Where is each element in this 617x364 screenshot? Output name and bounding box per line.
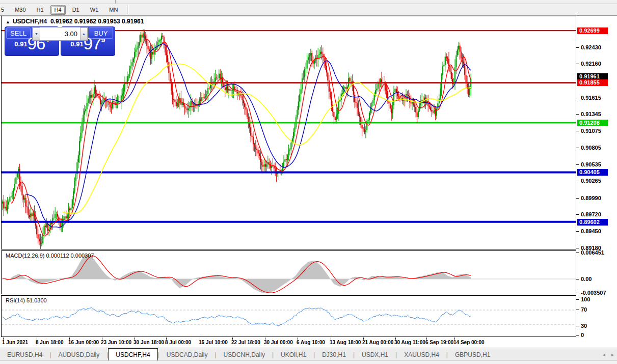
timeframe-button-h1[interactable]: H1	[33, 5, 48, 15]
time-label: 30 Jun 18:00	[133, 340, 164, 345]
axis-price-label: 0.91075	[581, 128, 601, 134]
axis-price-label: 0.89450	[581, 228, 601, 235]
price-axis[interactable]: 0.924300.921600.916150.913450.910750.908…	[576, 16, 617, 347]
timeframe-button-5[interactable]: 5	[0, 5, 8, 15]
volume-input[interactable]	[40, 27, 80, 40]
chart-tab-xauusd-h4[interactable]: XAUUSD,H4	[397, 348, 446, 361]
toolbar-divider	[115, 0, 116, 4]
volume-spinner: ▼ ▲	[32, 27, 88, 41]
axis-tick	[576, 214, 579, 215]
axis-tick	[576, 98, 579, 98]
chart-title: ▲USDCHF,H4 0.91962 0.91962 0.91953 0.919…	[6, 18, 144, 25]
chart-tab-bar: EURUSD,H4|AUDUSD,Daily|USDCHF,H4|USDCAD,…	[0, 348, 617, 361]
buy-price-prefix: 0.91	[70, 40, 83, 48]
axis-tick	[576, 114, 579, 115]
timeframe-button-h4[interactable]: H4	[50, 5, 66, 15]
axis-price-label: 0.89990	[581, 195, 601, 202]
price-level-badge: 0.91961	[577, 73, 608, 80]
axis-price-label: 0	[581, 332, 584, 339]
chart-tab-usdcnh-daily[interactable]: USDCNH,Daily	[217, 348, 272, 361]
rsi-label: RSI(14) 51.0300	[6, 297, 47, 303]
chart-tab-dj30-h1[interactable]: DJ30,H1	[315, 348, 353, 361]
ohlc-quotes: 0.91962 0.91962 0.91953 0.91961	[50, 18, 144, 25]
macd-indicator-panel[interactable]: MACD(12,26,9) 0.000112 0.000307	[1, 250, 576, 294]
axis-tick	[576, 279, 579, 279]
axis-tick	[576, 198, 579, 199]
sell-price-prefix: 0.91	[14, 40, 27, 48]
chart-tab-eurusd-h4[interactable]: EURUSD,H4	[0, 348, 49, 361]
sell-button[interactable]: SELL	[6, 27, 31, 39]
volume-decrease-button[interactable]: ▼	[33, 27, 40, 40]
time-label: 8 Jun 18:00	[36, 340, 63, 345]
toolbar-separator	[127, 5, 129, 14]
axis-price-label: 0.92160	[581, 61, 601, 67]
timeframe-button-m30[interactable]: M30	[11, 5, 30, 15]
time-label: 1 Jun 2021	[2, 340, 28, 345]
one-click-trading-panel: 0.91964 0.91979 SELL ▼ ▲ BUY	[5, 26, 115, 56]
axis-price-label: 0.92430	[581, 44, 601, 51]
price-level-badge: 0.91208	[577, 120, 608, 126]
time-label: 14 Sep 00:00	[453, 340, 485, 345]
time-label: 23 Jun 10:00	[101, 340, 131, 345]
axis-tick	[576, 64, 579, 64]
axis-price-label: 0.90535	[581, 161, 601, 168]
axis-price-label: 0.90265	[581, 178, 601, 184]
tab-scroll-right-icon[interactable]: ▸	[611, 352, 614, 357]
time-label: 30 Jul 00:00	[264, 340, 293, 345]
chart-tab-audusd-daily[interactable]: AUDUSD,Daily	[51, 348, 106, 361]
axis-tick	[576, 253, 579, 253]
time-label: 21 Aug 00:00	[362, 340, 393, 345]
axis-price-label: 0.00	[581, 276, 592, 283]
tab-scroll-arrows: ◂ ▸	[603, 348, 614, 361]
timeframe-button-w1[interactable]: W1	[86, 5, 103, 15]
axis-price-label: 0.91615	[581, 95, 601, 101]
axis-price-label: 0.89720	[581, 211, 601, 218]
time-label: 6 Aug 10:00	[297, 340, 325, 345]
chart-tab-gbpusd-h1[interactable]: GBPUSD,H1	[448, 348, 497, 361]
axis-price-label: 0.006451	[581, 249, 604, 256]
time-label: 30 Aug 11:00	[394, 340, 425, 345]
axis-price-label: 0.91345	[581, 111, 601, 118]
time-label: 8 Jul 00:00	[165, 340, 191, 345]
rsi-indicator-panel[interactable]: RSI(14) 51.0300	[1, 295, 576, 337]
timeframe-button-mn[interactable]: MN	[105, 5, 122, 15]
time-label: 16 Jun 00:00	[68, 340, 99, 345]
axis-price-label: 30	[581, 323, 587, 329]
axis-tick	[576, 326, 579, 326]
main-price-chart[interactable]: ▲USDCHF,H4 0.91962 0.91962 0.91953 0.919…	[1, 16, 576, 249]
axis-tick	[576, 131, 579, 131]
timeframe-button-d1[interactable]: D1	[68, 5, 84, 15]
tab-scroll-left-icon[interactable]: ◂	[603, 352, 605, 357]
axis-tick	[576, 310, 579, 310]
rsi-chart-canvas[interactable]	[2, 296, 576, 337]
status-strip	[0, 360, 617, 364]
axis-tick	[576, 47, 579, 48]
axis-tick	[576, 164, 579, 165]
macd-label: MACD(12,26,9) 0.000112 0.000307	[6, 253, 94, 259]
axis-tick	[576, 299, 579, 300]
buy-button[interactable]: BUY	[89, 27, 113, 39]
price-level-badge: 0.89602	[577, 219, 608, 226]
price-level-badge: 0.91855	[577, 79, 608, 86]
axis-price-label: 100	[581, 296, 590, 303]
chart-tab-usdcad-daily[interactable]: USDCAD,Daily	[159, 348, 215, 361]
volume-increase-button[interactable]: ▲	[80, 27, 88, 40]
axis-price-label: 70	[581, 306, 587, 313]
mt4-terminal: { "toolbar": { "timeframes": ["5","M30",…	[0, 0, 617, 364]
chart-tab-ukoil-h1[interactable]: UKOil,H1	[274, 348, 313, 361]
time-axis[interactable]: 1 Jun 20218 Jun 18:0016 Jun 00:0023 Jun …	[1, 338, 576, 347]
time-label: 22 Jul 18:00	[231, 340, 260, 345]
axis-tick	[576, 248, 579, 248]
collapse-icon[interactable]: ▲	[6, 19, 10, 24]
axis-price-label: -0.003507	[581, 290, 606, 296]
axis-tick	[576, 293, 579, 293]
price-level-badge: 0.92699	[577, 27, 608, 34]
chart-tab-usdchf-h4[interactable]: USDCHF,H4	[108, 348, 157, 361]
chart-tab-usdx-h1[interactable]: USDX,H1	[355, 348, 395, 361]
time-label: 13 Aug 18:00	[330, 340, 361, 345]
axis-tick	[576, 148, 579, 148]
time-label: 6 Sep 19:00	[425, 340, 453, 345]
timeframe-toolbar: 5M30H1H4D1W1MN	[0, 4, 617, 16]
axis-tick	[576, 231, 579, 232]
price-level-badge: 0.90405	[577, 169, 608, 176]
